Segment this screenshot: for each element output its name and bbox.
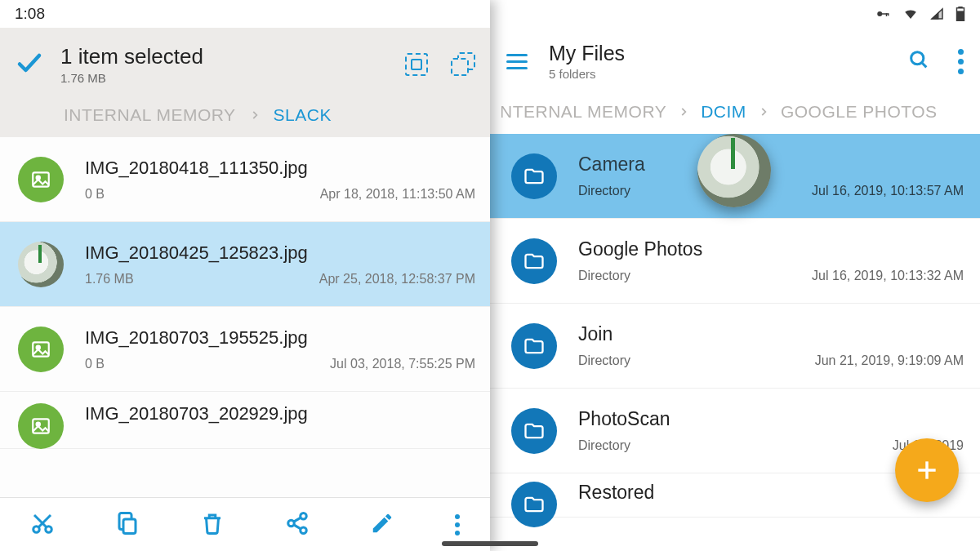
svg-point-23 xyxy=(911,52,924,64)
dragged-thumbnail[interactable] xyxy=(697,134,771,207)
folder-header: My Files 5 folders NTERNAL MEMORY DCIM G… xyxy=(490,28,980,134)
directory-row[interactable]: Camera DirectoryJul 16, 2019, 10:13:57 A… xyxy=(490,134,980,219)
file-name: IMG_20180418_111350.jpg xyxy=(85,158,475,179)
file-date: Jul 03, 2018, 7:55:25 PM xyxy=(330,357,475,371)
folder-icon xyxy=(511,408,557,454)
search-icon[interactable] xyxy=(907,48,930,74)
image-thumbnail xyxy=(18,242,64,287)
wifi-icon xyxy=(902,7,920,21)
image-icon xyxy=(18,157,64,202)
svg-rect-10 xyxy=(123,519,136,534)
directory-type: Directory xyxy=(578,269,630,283)
select-all-icon[interactable] xyxy=(405,53,428,76)
page-title: My Files xyxy=(549,42,907,65)
home-indicator[interactable] xyxy=(442,541,538,546)
breadcrumb: NTERNAL MEMORY DCIM GOOGLE PHOTOS xyxy=(501,90,964,134)
directory-type: Directory xyxy=(578,184,630,198)
chevron-right-icon xyxy=(678,102,689,122)
svg-point-11 xyxy=(301,513,307,519)
svg-line-14 xyxy=(294,518,301,522)
file-row[interactable]: IMG_20180425_125823.jpg 1.76 MBApr 25, 2… xyxy=(0,222,490,307)
copy-icon[interactable] xyxy=(115,511,140,539)
breadcrumb: INTERNAL MEMORY SLACK xyxy=(15,93,475,137)
right-pane: My Files 5 folders NTERNAL MEMORY DCIM G… xyxy=(490,0,980,551)
svg-rect-19 xyxy=(888,13,889,16)
svg-rect-4 xyxy=(33,419,49,433)
directory-date: Jul 16, 2019, 10:13:57 AM xyxy=(812,184,964,198)
image-icon xyxy=(18,403,64,449)
file-row[interactable]: IMG_20180418_111350.jpg 0 BApr 18, 2018,… xyxy=(0,137,490,222)
file-size: 0 B xyxy=(85,187,105,202)
folder-icon xyxy=(511,323,557,369)
file-size: 0 B xyxy=(85,357,105,371)
left-pane: 1:08 1 item selected 1.76 MB INTERNAL ME… xyxy=(0,0,490,551)
directory-row[interactable]: Google Photos DirectoryJul 16, 2019, 10:… xyxy=(490,219,980,304)
svg-point-6 xyxy=(33,526,40,532)
signal-icon xyxy=(929,7,946,21)
file-name: IMG_20180425_125823.jpg xyxy=(85,242,475,264)
svg-rect-17 xyxy=(882,13,889,15)
key-icon xyxy=(874,7,892,21)
directory-row[interactable]: Join DirectoryJun 21, 2019, 9:19:09 AM xyxy=(490,304,980,389)
breadcrumb-current[interactable]: SLACK xyxy=(274,105,332,125)
file-list[interactable]: IMG_20180418_111350.jpg 0 BApr 18, 2018,… xyxy=(0,137,490,497)
share-icon[interactable] xyxy=(285,511,310,539)
cut-icon[interactable] xyxy=(30,511,55,539)
file-date: Apr 25, 2018, 12:58:37 PM xyxy=(319,272,475,287)
svg-point-7 xyxy=(46,526,52,532)
folder-icon xyxy=(511,482,557,527)
directory-name: Join xyxy=(578,323,964,345)
delete-icon[interactable] xyxy=(200,511,225,539)
svg-rect-2 xyxy=(33,342,49,356)
svg-rect-22 xyxy=(957,11,964,21)
select-range-icon[interactable] xyxy=(451,52,475,77)
more-icon[interactable] xyxy=(455,514,460,535)
confirm-selection-icon[interactable] xyxy=(15,48,44,81)
folder-icon xyxy=(511,238,557,284)
breadcrumb-next[interactable]: GOOGLE PHOTOS xyxy=(781,102,938,122)
svg-point-12 xyxy=(288,520,295,527)
directory-type: Directory xyxy=(578,438,630,453)
directory-date: Jun 21, 2019, 9:19:09 AM xyxy=(815,353,964,368)
file-row[interactable]: IMG_20180703_195525.jpg 0 BJul 03, 2018,… xyxy=(0,307,490,392)
edit-icon[interactable] xyxy=(370,511,394,539)
chevron-right-icon xyxy=(249,105,261,125)
svg-line-15 xyxy=(294,524,301,528)
directory-name: Google Photos xyxy=(578,238,964,260)
menu-icon[interactable] xyxy=(506,54,528,69)
svg-line-24 xyxy=(922,63,927,68)
file-name: IMG_20180703_202929.jpg xyxy=(85,403,475,424)
selection-header: 1 item selected 1.76 MB INTERNAL MEMORY … xyxy=(0,28,490,137)
add-button[interactable] xyxy=(895,438,959,502)
clock: 1:08 xyxy=(15,5,45,23)
directory-name: Camera xyxy=(578,153,964,176)
svg-point-13 xyxy=(301,527,307,534)
overflow-icon[interactable] xyxy=(958,49,964,74)
status-bar-left: 1:08 xyxy=(0,0,490,28)
selection-count: 1 item selected xyxy=(60,44,405,69)
battery-icon xyxy=(956,7,965,21)
folder-icon xyxy=(511,153,557,199)
directory-type: Directory xyxy=(578,353,630,368)
selection-size: 1.76 MB xyxy=(60,71,405,85)
svg-rect-18 xyxy=(886,13,888,16)
action-toolbar xyxy=(0,497,490,551)
chevron-right-icon xyxy=(758,102,769,122)
file-row[interactable]: IMG_20180703_202929.jpg xyxy=(0,392,490,449)
svg-point-16 xyxy=(877,11,882,16)
breadcrumb-current[interactable]: DCIM xyxy=(701,102,746,122)
image-icon xyxy=(18,327,64,372)
breadcrumb-root[interactable]: NTERNAL MEMORY xyxy=(501,102,666,122)
directory-date: Jul 16, 2019, 10:13:32 AM xyxy=(812,269,964,283)
svg-rect-0 xyxy=(33,172,49,186)
file-date: Apr 18, 2018, 11:13:50 AM xyxy=(320,187,475,202)
breadcrumb-root[interactable]: INTERNAL MEMORY xyxy=(64,105,236,125)
file-size: 1.76 MB xyxy=(85,272,134,287)
page-subtitle: 5 folders xyxy=(549,67,907,81)
status-bar-right xyxy=(490,0,980,28)
directory-name: PhotoScan xyxy=(578,408,964,430)
file-name: IMG_20180703_195525.jpg xyxy=(85,327,475,349)
